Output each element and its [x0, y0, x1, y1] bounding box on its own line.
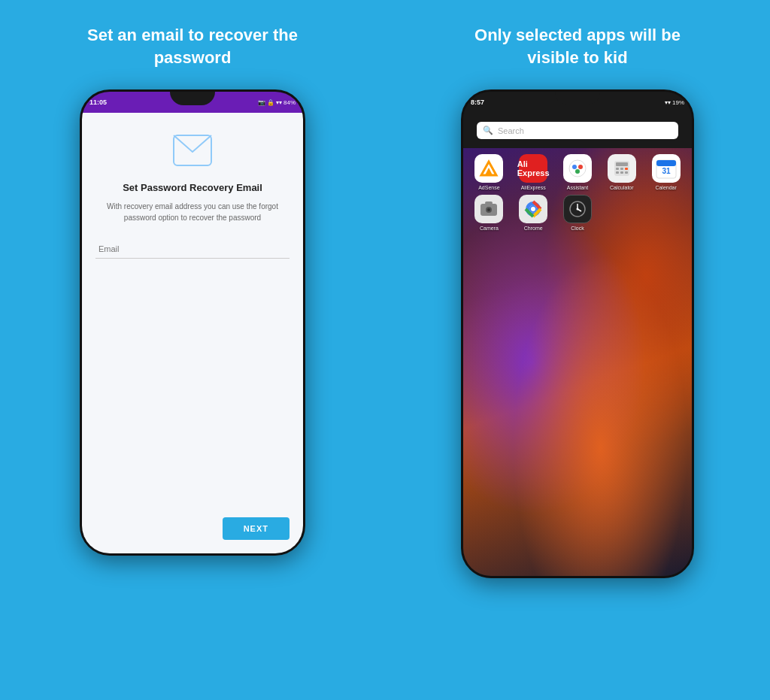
- clock-icon: [568, 199, 587, 219]
- search-icon: 🔍: [483, 126, 493, 135]
- right-panel: Only selected apps will be visible to ki…: [385, 0, 770, 700]
- notch: [170, 92, 215, 105]
- screen-description: With recovery email address you can use …: [95, 201, 290, 223]
- aliexpress-icon: AliExpress: [517, 159, 550, 177]
- status-bar-right: 8:57 ▾▾ 19%: [463, 92, 692, 113]
- assistant-icon: [568, 159, 587, 178]
- right-panel-title: Only selected apps will be visible to ki…: [457, 24, 698, 68]
- left-panel: Set an email to recover the password 11:…: [0, 0, 385, 700]
- mail-icon-container: [172, 134, 213, 170]
- app-calendar[interactable]: 31 Calendar: [646, 154, 686, 190]
- svg-point-5: [572, 165, 577, 169]
- app-assistant[interactable]: Assistant: [558, 154, 598, 190]
- app-chrome[interactable]: Chrome: [514, 195, 553, 231]
- app-clock-label: Clock: [571, 226, 584, 231]
- app-aliexpress-label: AliExpress: [521, 185, 546, 190]
- calendar-icon: 31: [655, 157, 678, 180]
- svg-point-22: [487, 208, 490, 211]
- app-calculator[interactable]: Calculator: [602, 154, 641, 190]
- search-placeholder: Search: [498, 126, 524, 135]
- svg-point-7: [575, 169, 580, 174]
- camera-icon: [479, 199, 499, 219]
- next-button[interactable]: NEXT: [223, 517, 290, 540]
- svg-rect-11: [620, 168, 623, 170]
- screen-right: AdSense AliExpress AliExpress: [463, 148, 692, 576]
- svg-rect-15: [625, 171, 628, 174]
- notch-right: [555, 92, 600, 105]
- mail-icon: [172, 134, 213, 167]
- app-chrome-label: Chrome: [524, 226, 543, 231]
- svg-rect-17: [656, 160, 676, 166]
- app-clock[interactable]: Clock: [558, 195, 598, 231]
- app-camera[interactable]: Camera: [469, 195, 509, 231]
- svg-rect-10: [616, 168, 619, 170]
- svg-rect-13: [616, 171, 619, 174]
- svg-rect-14: [620, 171, 623, 174]
- app-assistant-label: Assistant: [567, 185, 588, 190]
- adsense-icon: [477, 157, 500, 180]
- svg-rect-12: [625, 168, 628, 170]
- search-bar-container: 🔍 Search: [463, 113, 692, 148]
- phone-right: 8:57 ▾▾ 19% 🔍 Search: [461, 89, 694, 578]
- email-input[interactable]: [95, 240, 290, 259]
- status-icons-right: ▾▾ 19%: [665, 99, 684, 106]
- search-bar[interactable]: 🔍 Search: [477, 122, 678, 139]
- screen-heading: Set Password Recovery Email: [123, 182, 262, 193]
- phone-left: 11:05 📷 🔒 ▾▾ 84% Set Password Recovery E…: [80, 89, 305, 556]
- vol-down-button: [80, 179, 81, 200]
- chrome-icon: [523, 198, 544, 220]
- svg-rect-20: [485, 202, 493, 205]
- screen-left: Set Password Recovery Email With recover…: [82, 113, 303, 553]
- left-panel-title: Set an email to recover the password: [72, 24, 313, 68]
- svg-point-4: [569, 160, 586, 177]
- svg-point-30: [576, 208, 578, 211]
- apps-grid: AdSense AliExpress AliExpress: [463, 154, 692, 231]
- status-time: 11:05: [89, 98, 107, 106]
- calculator-icon: [612, 159, 632, 178]
- app-camera-label: Camera: [480, 226, 499, 231]
- status-bar-left: 11:05 📷 🔒 ▾▾ 84%: [82, 92, 303, 113]
- svg-point-26: [531, 207, 535, 211]
- status-icons: 📷 🔒 ▾▾ 84%: [258, 99, 296, 106]
- svg-point-6: [578, 165, 583, 169]
- svg-text:31: 31: [662, 167, 671, 175]
- power-button-right: [693, 167, 694, 205]
- app-aliexpress[interactable]: AliExpress AliExpress: [514, 154, 553, 190]
- app-adsense[interactable]: AdSense: [469, 154, 509, 190]
- status-time-right: 8:57: [471, 98, 484, 106]
- svg-rect-9: [616, 162, 628, 166]
- power-button: [304, 167, 305, 205]
- wallpaper: AdSense AliExpress AliExpress: [463, 148, 692, 576]
- app-adsense-label: AdSense: [478, 185, 499, 190]
- app-calendar-label: Calendar: [655, 185, 676, 190]
- vol-up-button: [80, 152, 81, 173]
- app-calculator-label: Calculator: [610, 185, 634, 190]
